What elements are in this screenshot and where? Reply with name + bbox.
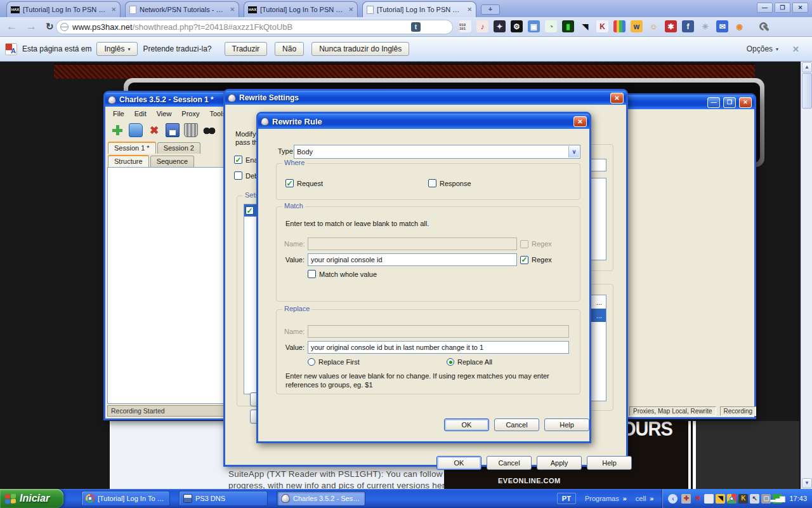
replace-value-field[interactable]: your original console id but in last num… [308,341,569,354]
wtv-globe-icon[interactable]: w [631,20,643,32]
translate-close-icon[interactable]: ✕ [792,44,799,54]
red-asterisk-icon[interactable]: ✱ [665,20,677,32]
reload-icon[interactable]: ↻ [46,21,54,32]
response-checkbox[interactable]: Response [428,179,471,187]
rule-ok-button[interactable]: OK [444,418,489,431]
chevron-expand-icon[interactable]: » [623,495,627,502]
close-session-icon[interactable] [147,123,161,137]
status-recording[interactable]: Recording [720,406,757,416]
music-notes-icon[interactable]: ♪ [476,20,488,32]
options-dropdown[interactable]: Opções▾ [747,44,778,53]
type-dropdown[interactable]: Body ∨ [294,145,580,159]
tray-collapse-icon[interactable]: ‹ [668,494,678,504]
scroll-up-icon[interactable]: ▲ [802,62,812,72]
session-tab-1[interactable]: Session 1 * [108,142,156,154]
minimize-button[interactable]: — [757,3,773,13]
menu-item[interactable]: Edit [129,109,152,119]
match-whole-checkbox[interactable]: Match whole value [308,270,377,278]
sparkles-icon[interactable]: ✳ [699,20,711,32]
tray-chrome-icon[interactable] [727,494,737,504]
settings-ok-button[interactable]: OK [436,456,481,470]
rule-cancel-button[interactable]: Cancel [494,418,539,431]
taskbar-button-ps3dns[interactable]: PS3 DNS [179,491,268,506]
menu-item[interactable]: View [152,109,177,119]
address-bar[interactable]: www.ps3hax.net/showthread.php?t=20418#ax… [56,20,453,34]
tray-network-icon[interactable]: ▂▄▆ [773,494,782,504]
tab-close-icon[interactable]: ✕ [230,6,235,13]
request-checkbox[interactable]: Request [285,179,323,187]
greenscreen-icon[interactable]: ▮ [562,20,574,32]
settings-cancel-button[interactable]: Cancel [487,456,532,470]
tray-k-warning-icon[interactable]: K [738,494,748,504]
close-button[interactable]: ✕ [792,3,808,13]
scroll-down-icon[interactable]: ▼ [802,478,812,488]
tab-tutorial-psn-2[interactable]: HAX [Tutorial] Log In To PSN Wi... ✕ [244,1,358,17]
checkbox-icon[interactable] [234,171,242,180]
ka-translator-icon[interactable]: K [596,20,608,32]
checkbox-checked-icon[interactable] [246,206,254,215]
tray-disconnect-icon[interactable]: ✖ [693,494,702,504]
view-tab-sequence[interactable]: Sequence [150,156,195,167]
bulb-icon[interactable] [425,22,435,32]
tab-tutorial-psn-1[interactable]: HAX [Tutorial] Log In To PSN Wi... ✕ [6,1,121,17]
chevron-expand-icon[interactable]: » [650,495,653,502]
save-session-icon[interactable] [166,123,180,137]
binary-converter-icon[interactable]: 010 101 [459,20,471,32]
chevron-down-icon[interactable]: ∨ [568,146,579,157]
charles-back-titlebar[interactable]: — ❐ ✕ [627,95,754,109]
stopwatch-icon[interactable]: ◔ [545,20,557,32]
checkbox-checked-icon[interactable] [285,179,294,187]
new-tab-button[interactable]: + [481,4,500,15]
close-button[interactable]: ✕ [610,93,624,104]
tray-joystick-icon[interactable]: ✚ [681,494,691,504]
taskbar-button-charles[interactable]: Charles 3.5.2 - Sessi... [277,491,365,506]
open-session-icon[interactable] [129,123,143,137]
taskbar-button-browser[interactable]: [Tutorial] Log In To P... [81,491,170,506]
settings-help-button[interactable]: Help [587,456,632,470]
tray-bird-icon[interactable]: ◥ [716,494,725,504]
rewrite-settings-titlebar[interactable]: Rewrite Settings ✕ [225,91,626,105]
minimize-button[interactable]: — [707,97,720,108]
language-indicator[interactable]: PT [557,493,576,504]
rule-help-button[interactable]: Help [544,418,589,431]
find-icon[interactable] [202,123,216,137]
facebook-icon[interactable]: f [682,20,694,32]
rss-icon[interactable] [397,22,407,32]
language-dropdown[interactable]: Inglês▾ [96,42,138,56]
translate-button[interactable]: Traduzir [225,42,268,56]
tab-close-icon[interactable]: ✕ [467,6,472,13]
checkbox-icon[interactable] [308,270,316,278]
radio-selected-icon[interactable] [447,358,454,366]
gear-icon[interactable]: ⚙ [511,20,523,32]
page-scrollbar[interactable]: ▲ ▼ [801,62,812,489]
new-session-icon[interactable] [110,123,124,137]
never-translate-button[interactable]: Nunca traduzir do Inglês [311,42,409,56]
debug-checkbox[interactable]: Deb [234,171,258,180]
tab-close-icon[interactable]: ✕ [111,6,116,13]
mail-icon[interactable]: ✉ [716,20,728,32]
smiley-icon[interactable]: ☺ [648,20,660,32]
tray-pointer-icon[interactable]: ↖ [750,494,759,504]
rewrite-rule-titlebar[interactable]: Rewrite Rule ✕ [258,114,589,129]
replace-all-radio[interactable]: Replace All [447,358,492,366]
signal-icon[interactable]: ◉ [733,20,745,32]
enable-rewrite-checkbox[interactable]: Ena [234,156,258,164]
bookmark-star-icon[interactable]: ☆ [439,22,449,32]
scrollbar-thumb[interactable] [802,73,812,109]
regex-checkbox-checked[interactable] [520,256,528,264]
checkbox-checked-icon[interactable] [234,156,242,164]
no-button[interactable]: Não [275,42,304,56]
tab-close-icon[interactable]: ✕ [348,6,353,13]
tv-rainbow-icon[interactable] [613,20,625,32]
tab-network-psn-tutorials[interactable]: Network/PSN Tutorials - PS... ✕ [125,1,239,17]
tray-charles-icon[interactable] [704,494,714,504]
programas-toolbar[interactable]: Programas [585,495,619,502]
blackbird-icon[interactable]: ◥ [579,20,591,32]
close-button[interactable]: ✕ [739,97,752,108]
tumblr-icon[interactable]: t [411,22,421,32]
forward-icon[interactable]: → [26,20,37,33]
clear-session-icon[interactable] [184,123,198,137]
replace-first-radio[interactable]: Replace First [308,358,360,366]
settings-apply-button[interactable]: Apply [537,456,582,470]
restore-button[interactable]: ❐ [775,3,790,13]
